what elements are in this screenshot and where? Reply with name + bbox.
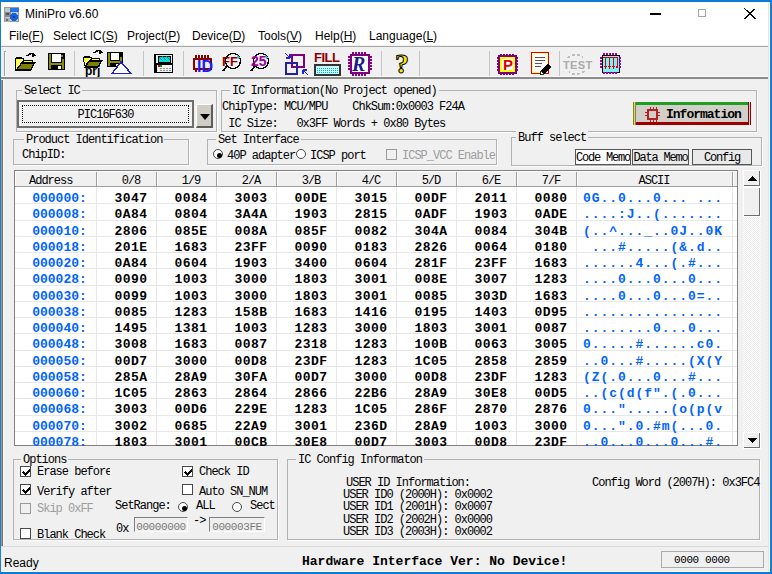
svg-text:?: ? — [395, 51, 409, 77]
svg-text:TEST: TEST — [563, 59, 593, 71]
svg-text:FF: FF — [222, 54, 238, 69]
svg-text:25: 25 — [251, 53, 267, 69]
svg-text:P: P — [503, 56, 513, 73]
svg-text:prj: prj — [85, 64, 100, 77]
svg-text:FILL: FILL — [314, 51, 340, 65]
svg-text:ID: ID — [197, 58, 213, 75]
svg-text:R: R — [351, 53, 365, 75]
